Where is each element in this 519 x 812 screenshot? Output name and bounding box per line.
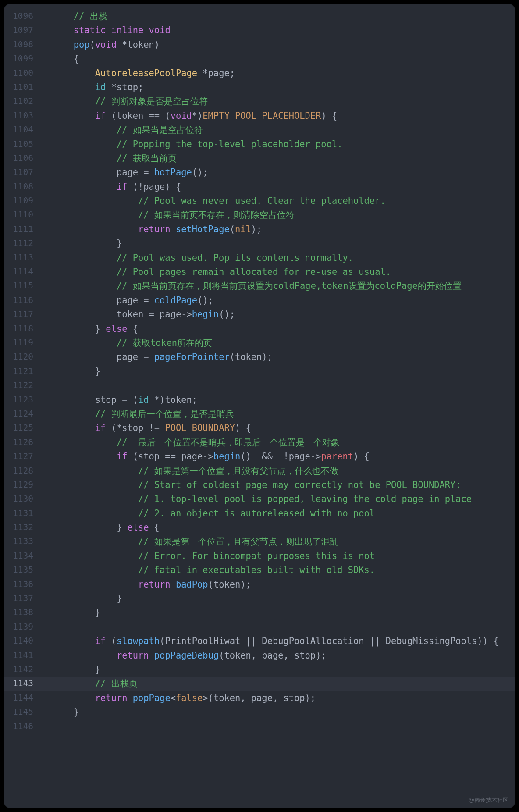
code-content: token = page->begin();	[41, 308, 515, 321]
line-number: 1132	[4, 521, 41, 532]
code-line[interactable]: 1134 // Error. For bincompat purposes th…	[4, 549, 515, 563]
code-content: pop(void *token)	[41, 38, 515, 51]
code-content: return setHotPage(nil);	[41, 223, 515, 236]
line-number: 1131	[4, 507, 41, 518]
line-number: 1122	[4, 379, 41, 390]
code-content: // 2. an object is autoreleased with no …	[41, 507, 515, 520]
code-content: // Popping the top-level placeholder poo…	[41, 138, 515, 151]
code-line[interactable]: 1118 } else {	[4, 322, 515, 336]
code-line[interactable]: 1106 // 获取当前页	[4, 152, 515, 166]
code-line[interactable]: 1138 }	[4, 606, 515, 620]
line-number: 1114	[4, 265, 41, 276]
code-line[interactable]: 1125 if (*stop != POOL_BOUNDARY) {	[4, 421, 515, 435]
code-line[interactable]: 1129 // Start of coldest page may correc…	[4, 478, 515, 492]
code-line[interactable]: 1142 }	[4, 663, 515, 677]
line-number: 1102	[4, 95, 41, 106]
code-line[interactable]: 1101 id *stop;	[4, 81, 515, 95]
code-line[interactable]: 1102 // 判断对象是否是空占位符	[4, 95, 515, 109]
code-line[interactable]: 1139	[4, 620, 515, 634]
code-content	[41, 720, 515, 733]
code-line[interactable]: 1145 }	[4, 705, 515, 719]
code-line[interactable]: 1103 if (token == (void*)EMPTY_POOL_PLAC…	[4, 109, 515, 123]
code-content: }	[41, 237, 515, 250]
line-number: 1108	[4, 180, 41, 191]
code-line[interactable]: 1096 // 出栈	[4, 10, 515, 24]
code-content: }	[41, 663, 515, 676]
code-line[interactable]: 1137 }	[4, 592, 515, 606]
line-number: 1115	[4, 279, 41, 290]
code-line[interactable]: 1143 // 出栈页	[4, 677, 515, 691]
code-line[interactable]: 1112 }	[4, 237, 515, 251]
code-content: // Start of coldest page may correctly n…	[41, 478, 515, 491]
code-line[interactable]: 1114 // Pool pages remain allocated for …	[4, 265, 515, 279]
code-line[interactable]: 1100 AutoreleasePoolPage *page;	[4, 67, 515, 81]
line-number: 1118	[4, 322, 41, 333]
line-number: 1135	[4, 563, 41, 574]
line-number: 1138	[4, 606, 41, 617]
code-line[interactable]: 1131 // 2. an object is autoreleased wit…	[4, 507, 515, 521]
code-line[interactable]: 1132 } else {	[4, 521, 515, 535]
line-number: 1106	[4, 152, 41, 163]
code-content: // 出栈页	[41, 677, 515, 690]
line-number: 1123	[4, 393, 41, 404]
code-content: } else {	[41, 521, 515, 534]
code-content: }	[41, 606, 515, 619]
code-line[interactable]: 1097 static inline void	[4, 24, 515, 38]
line-number: 1116	[4, 294, 41, 305]
code-line[interactable]: 1141 return popPageDebug(token, page, st…	[4, 649, 515, 663]
line-number: 1120	[4, 350, 41, 361]
code-line[interactable]: 1146	[4, 720, 515, 734]
code-content: id *stop;	[41, 81, 515, 94]
code-line[interactable]: 1144 return popPage<false>(token, page, …	[4, 691, 515, 705]
code-line[interactable]: 1110 // 如果当前页不存在，则清除空占位符	[4, 208, 515, 222]
code-line[interactable]: 1115 // 如果当前页存在，则将当前页设置为coldPage,token设置…	[4, 279, 515, 293]
code-line[interactable]: 1133 // 如果是第一个位置，且有父节点，则出现了混乱	[4, 535, 515, 549]
code-content: static inline void	[41, 24, 515, 37]
code-line[interactable]: 1128 // 如果是第一个位置，且没有父节点，什么也不做	[4, 464, 515, 478]
code-line[interactable]: 1099 {	[4, 52, 515, 66]
code-line[interactable]: 1117 token = page->begin();	[4, 308, 515, 322]
code-content	[41, 620, 515, 634]
code-content: page = coldPage();	[41, 294, 515, 307]
code-line[interactable]: 1135 // fatal in executables built with …	[4, 563, 515, 577]
code-line[interactable]: 1119 // 获取token所在的页	[4, 336, 515, 350]
code-line[interactable]: 1105 // Popping the top-level placeholde…	[4, 138, 515, 152]
line-number: 1144	[4, 691, 41, 702]
code-content: // 判断对象是否是空占位符	[41, 95, 515, 108]
code-content: // 如果当是空占位符	[41, 123, 515, 136]
line-number: 1146	[4, 720, 41, 731]
line-number: 1145	[4, 705, 41, 716]
code-content: // 如果当前页存在，则将当前页设置为coldPage,token设置为cold…	[41, 279, 515, 292]
code-line[interactable]: 1130 // 1. top-level pool is popped, lea…	[4, 492, 515, 506]
code-line[interactable]: 1108 if (!page) {	[4, 180, 515, 194]
code-content: if (*stop != POOL_BOUNDARY) {	[41, 421, 515, 434]
code-line[interactable]: 1120 page = pageForPointer(token);	[4, 350, 515, 364]
code-line[interactable]: 1116 page = coldPage();	[4, 294, 515, 308]
code-content: // 1. top-level pool is popped, leaving …	[41, 492, 515, 506]
code-line[interactable]: 1113 // Pool was used. Pop its contents …	[4, 251, 515, 265]
line-number: 1112	[4, 237, 41, 248]
code-content: {	[41, 52, 515, 65]
code-line[interactable]: 1126 // 最后一个位置不是哨兵，即最后一个位置是一个对象	[4, 436, 515, 450]
line-number: 1137	[4, 592, 41, 603]
code-line[interactable]: 1136 return badPop(token);	[4, 578, 515, 592]
code-content: if (stop == page->begin() && !page->pare…	[41, 450, 515, 463]
code-line[interactable]: 1140 if (slowpath(PrintPoolHiwat || Debu…	[4, 634, 515, 648]
line-number: 1098	[4, 38, 41, 49]
code-line[interactable]: 1109 // Pool was never used. Clear the p…	[4, 194, 515, 208]
code-line[interactable]: 1124 // 判断最后一个位置，是否是哨兵	[4, 407, 515, 421]
line-number: 1111	[4, 223, 41, 234]
line-number: 1097	[4, 24, 41, 35]
code-editor[interactable]: 1096 // 出栈1097 static inline void1098 po…	[4, 4, 515, 808]
code-line[interactable]: 1123 stop = (id *)token;	[4, 393, 515, 407]
code-line[interactable]: 1104 // 如果当是空占位符	[4, 123, 515, 137]
code-line[interactable]: 1122	[4, 379, 515, 393]
code-line[interactable]: 1107 page = hotPage();	[4, 166, 515, 180]
code-content: }	[41, 365, 515, 378]
code-line[interactable]: 1127 if (stop == page->begin() && !page-…	[4, 450, 515, 464]
code-content: } else {	[41, 322, 515, 335]
code-content: AutoreleasePoolPage *page;	[41, 67, 515, 80]
code-line[interactable]: 1111 return setHotPage(nil);	[4, 223, 515, 237]
code-line[interactable]: 1098 pop(void *token)	[4, 38, 515, 52]
code-line[interactable]: 1121 }	[4, 365, 515, 379]
